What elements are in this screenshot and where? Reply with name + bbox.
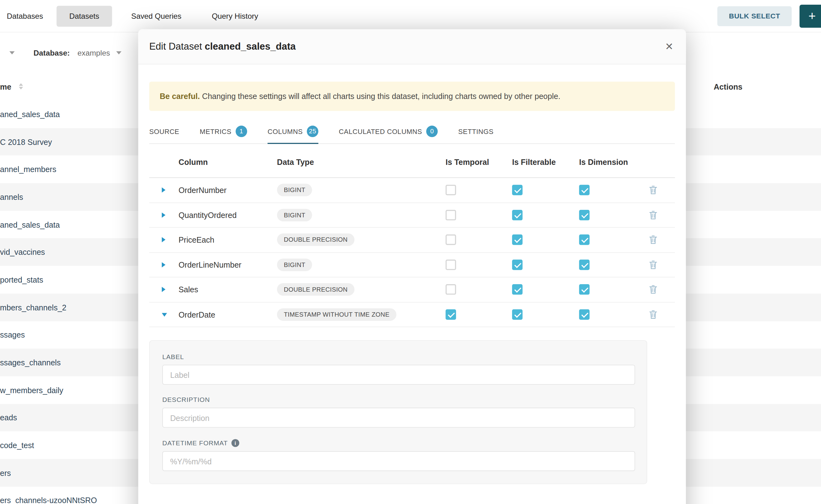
dataset-link[interactable]: ssages <box>0 330 25 339</box>
info-icon[interactable]: i <box>231 439 239 447</box>
dataset-link[interactable]: eads <box>0 413 17 422</box>
expand-caret-icon[interactable] <box>162 237 166 243</box>
is-temporal-checkbox[interactable] <box>446 185 456 195</box>
dataset-link[interactable]: ers_channels-uzooNNtSRO <box>0 496 97 504</box>
modal-title: Edit Dataset cleaned_sales_data <box>149 41 296 52</box>
is-filterable-checkbox[interactable] <box>512 185 523 195</box>
tab-label: METRICS <box>200 127 231 135</box>
is-temporal-checkbox[interactable] <box>446 284 456 295</box>
tab-label: COLUMNS <box>267 127 302 135</box>
label-input[interactable] <box>162 365 635 385</box>
dataset-link[interactable]: w_members_daily <box>0 386 63 394</box>
app-root: Databases Datasets Saved Queries Query H… <box>0 0 821 504</box>
column-name: QuantityOrdered <box>179 210 237 219</box>
modal-header: Edit Dataset cleaned_sales_data ✕ <box>138 29 686 64</box>
dataset-link[interactable]: mbers_channels_2 <box>0 303 66 312</box>
is-dimension-checkbox[interactable] <box>579 259 590 270</box>
nav-query-history[interactable]: Query History <box>212 12 258 20</box>
column-name: OrderNumber <box>179 186 227 195</box>
close-icon[interactable]: ✕ <box>665 41 674 53</box>
warning-text: Changing these settings will affect all … <box>202 91 561 100</box>
is-filterable-checkbox[interactable] <box>512 210 523 220</box>
delete-column-icon[interactable] <box>649 310 657 319</box>
bulk-select-button[interactable]: BULK SELECT <box>717 6 792 26</box>
description-input[interactable] <box>162 408 635 428</box>
name-column-header[interactable]: me <box>0 82 11 91</box>
dataset-link[interactable]: ssages_channels <box>0 358 61 367</box>
tab-label: CALCULATED COLUMNS <box>339 127 423 135</box>
tab-columns[interactable]: COLUMNS25 <box>267 118 318 144</box>
expand-caret-icon[interactable] <box>162 287 166 292</box>
dataset-link[interactable]: vid_vaccines <box>0 248 45 256</box>
delete-column-icon[interactable] <box>649 285 657 294</box>
add-dataset-button[interactable]: + <box>799 4 821 27</box>
nav-datasets[interactable]: Datasets <box>57 6 112 27</box>
is-temporal-checkbox[interactable] <box>446 235 456 245</box>
expand-caret-icon[interactable] <box>162 187 166 193</box>
column-name: Sales <box>179 285 198 294</box>
dataset-link[interactable]: annel_members <box>0 165 56 174</box>
is-temporal-checkbox[interactable] <box>446 309 456 320</box>
columns-count-badge: 25 <box>307 126 318 137</box>
database-filter-value[interactable]: examples <box>77 49 110 57</box>
warning-banner: Be careful. Changing these settings will… <box>149 82 675 111</box>
tab-calculated-columns[interactable]: CALCULATED COLUMNS0 <box>339 118 438 144</box>
is-dimension-checkbox[interactable] <box>579 210 590 220</box>
dataset-link[interactable]: code_test <box>0 441 34 449</box>
is-dimension-checkbox[interactable] <box>579 185 590 195</box>
is-filterable-checkbox[interactable] <box>512 284 523 295</box>
is-filterable-checkbox[interactable] <box>512 309 523 320</box>
tab-settings[interactable]: SETTINGS <box>458 118 494 144</box>
dataset-link[interactable]: aned_sales_data <box>0 110 60 119</box>
tab-source[interactable]: SOURCE <box>149 118 179 144</box>
delete-column-icon[interactable] <box>649 210 657 219</box>
is-dimension-checkbox[interactable] <box>579 235 590 245</box>
is-temporal-checkbox[interactable] <box>446 210 456 220</box>
is-temporal-checkbox[interactable] <box>446 259 456 270</box>
nav-databases[interactable]: Databases <box>7 12 43 20</box>
dataset-link[interactable]: annels <box>0 193 23 201</box>
columns-table: Column Data Type Is Temporal Is Filterab… <box>149 144 675 327</box>
label-text: DESCRIPTION <box>162 396 210 403</box>
delete-column-icon[interactable] <box>649 235 657 244</box>
delete-column-icon[interactable] <box>649 186 657 195</box>
modal-body: Be careful. Changing these settings will… <box>138 82 686 484</box>
collapse-caret-icon[interactable] <box>162 313 167 317</box>
data-type-pill: DOUBLE PRECISION <box>277 283 354 296</box>
nav-actions: BULK SELECT + <box>717 4 821 27</box>
is-filterable-checkbox[interactable] <box>512 235 523 245</box>
expand-caret-icon[interactable] <box>162 262 166 267</box>
data-type-pill: DOUBLE PRECISION <box>277 234 354 246</box>
datetime-format-input[interactable] <box>162 451 635 471</box>
dataset-link[interactable]: ers <box>0 468 11 477</box>
is-filterable-checkbox[interactable] <box>512 259 523 270</box>
table-row: OrderNumber BIGINT <box>149 178 675 203</box>
delete-column-icon[interactable] <box>649 260 657 269</box>
dataset-link[interactable]: ported_stats <box>0 275 43 284</box>
table-row-expanded: OrderDate TIMESTAMP WITHOUT TIME ZONE <box>149 302 675 327</box>
edit-dataset-modal: Edit Dataset cleaned_sales_data ✕ Be car… <box>138 29 686 504</box>
sort-icon[interactable] <box>19 83 23 89</box>
modal-title-dataset-name: cleaned_sales_data <box>205 41 295 52</box>
data-type-pill: BIGINT <box>277 259 312 271</box>
metrics-count-badge: 1 <box>235 126 247 137</box>
dataset-link[interactable]: C 2018 Survey <box>0 137 52 146</box>
top-nav: Databases Datasets Saved Queries Query H… <box>0 0 821 32</box>
is-dimension-checkbox[interactable] <box>579 309 590 320</box>
is-dimension-checkbox[interactable] <box>579 284 590 295</box>
chevron-down-icon[interactable] <box>9 51 15 54</box>
is-temporal-header: Is Temporal <box>446 157 489 166</box>
table-row: Sales DOUBLE PRECISION <box>149 277 675 302</box>
column-detail-panel: LABEL DESCRIPTION DATETIME FORMATi <box>149 340 647 484</box>
expand-caret-icon[interactable] <box>162 212 166 218</box>
table-row: OrderLineNumber BIGINT <box>149 253 675 278</box>
label-field-label: LABEL <box>162 353 634 360</box>
dataset-link[interactable]: aned_sales_data <box>0 220 60 229</box>
tab-metrics[interactable]: METRICS1 <box>200 118 247 144</box>
chevron-down-icon[interactable] <box>116 51 121 54</box>
column-name: OrderLineNumber <box>179 260 241 269</box>
label-text: DATETIME FORMAT <box>162 439 228 447</box>
nav-saved-queries[interactable]: Saved Queries <box>131 12 181 20</box>
actions-column-header: Actions <box>714 82 742 91</box>
table-row: QuantityOrdered BIGINT <box>149 203 675 228</box>
